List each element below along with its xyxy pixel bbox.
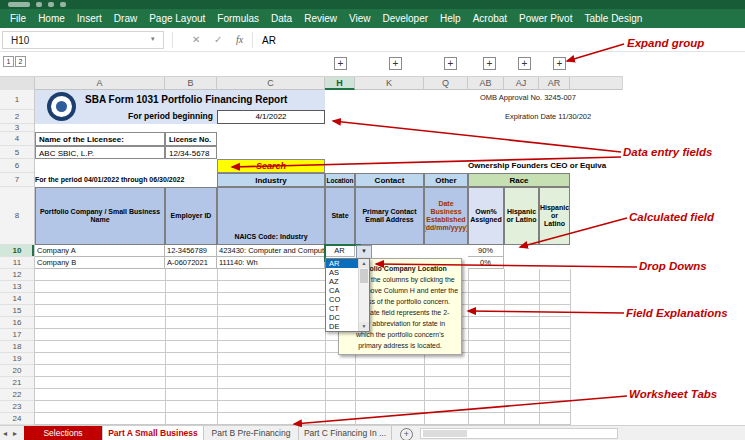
group-header-contact[interactable]: Contact bbox=[355, 173, 424, 187]
row-number-4[interactable]: 4 bbox=[0, 132, 34, 146]
group-header-race[interactable]: Race bbox=[468, 173, 570, 187]
header-employer-id[interactable]: Employer ID bbox=[165, 187, 217, 245]
column-header-Q[interactable]: Q bbox=[424, 77, 468, 90]
cell-dropdown-button[interactable]: ▼ bbox=[356, 245, 372, 259]
row-number-8[interactable]: 8 bbox=[0, 187, 34, 245]
cell-A11-company[interactable]: Company B bbox=[35, 257, 165, 269]
header-date-established[interactable]: Date Business Established (dd/mm/yyyy) bbox=[424, 187, 468, 245]
tab-scroll-right-icon[interactable]: ▸ bbox=[13, 429, 17, 438]
tab-scroll-left-icon[interactable]: ◂ bbox=[3, 429, 7, 438]
search-cell[interactable]: Search bbox=[217, 159, 325, 173]
ribbon-tab-formulas[interactable]: Formulas bbox=[211, 9, 265, 28]
expand-group-button-6[interactable]: + bbox=[553, 57, 566, 70]
header-email[interactable]: Primary Contact Email Address bbox=[355, 187, 424, 245]
expand-group-button-2[interactable]: + bbox=[389, 57, 402, 70]
scroll-up-icon[interactable]: ▲ bbox=[359, 259, 369, 268]
header-own-assigned[interactable]: Own% Assigned bbox=[468, 187, 504, 245]
row-number-7[interactable]: 7 bbox=[0, 173, 34, 187]
ribbon-tab-home[interactable]: Home bbox=[32, 9, 71, 28]
column-header-AR[interactable]: AR bbox=[539, 77, 570, 90]
outline-level-1-button[interactable]: 1 bbox=[3, 56, 14, 67]
licensee-name-field[interactable]: ABC SBIC, L.P. bbox=[35, 146, 165, 159]
scroll-down-icon[interactable]: ▼ bbox=[359, 322, 369, 331]
row-number-3[interactable]: 3 bbox=[0, 124, 34, 132]
redo-icon[interactable] bbox=[60, 2, 66, 7]
cell-AB11-own[interactable]: 0% bbox=[468, 257, 504, 269]
row-number-1[interactable]: 1 bbox=[0, 90, 34, 110]
column-header-AJ[interactable]: AJ bbox=[504, 77, 539, 90]
cell-C11-naics[interactable]: 111140: Wh bbox=[217, 257, 325, 269]
omb-approval[interactable]: OMB Approval No. 3245-007 bbox=[480, 93, 622, 103]
header-hispanic-1[interactable]: Hispanic or Latino bbox=[504, 187, 539, 245]
ribbon-tab-insert[interactable]: Insert bbox=[71, 9, 108, 28]
select-all-corner[interactable] bbox=[0, 77, 35, 90]
name-box[interactable]: H10 bbox=[2, 31, 164, 49]
column-header-A[interactable]: A bbox=[35, 77, 165, 90]
sheet-tab-part-b-pre-financing[interactable]: Part B Pre-Financing bbox=[204, 426, 299, 440]
row-number-10[interactable]: 10 bbox=[0, 245, 34, 257]
expand-group-button-4[interactable]: + bbox=[483, 57, 496, 70]
ribbon-tab-view[interactable]: View bbox=[343, 9, 377, 28]
formula-bar-value[interactable]: AR bbox=[262, 35, 276, 46]
row-number-16[interactable]: 16 bbox=[0, 317, 34, 329]
row-number-22[interactable]: 22 bbox=[0, 389, 34, 401]
ribbon-tab-acrobat[interactable]: Acrobat bbox=[467, 9, 513, 28]
ribbon-tab-file[interactable]: File bbox=[4, 9, 32, 28]
column-header-K[interactable]: K bbox=[355, 77, 424, 90]
row-number-17[interactable]: 17 bbox=[0, 329, 34, 341]
cell-AB10-own[interactable]: 90% bbox=[468, 245, 504, 257]
row-number-21[interactable]: 21 bbox=[0, 377, 34, 389]
row-number-11[interactable]: 11 bbox=[0, 257, 34, 269]
row-number-20[interactable]: 20 bbox=[0, 365, 34, 377]
header-naics[interactable]: NAICS Code: Industry bbox=[217, 187, 325, 245]
row-number-6[interactable]: 6 bbox=[0, 159, 34, 173]
row-number-23[interactable]: 23 bbox=[0, 401, 34, 413]
row-number-19[interactable]: 19 bbox=[0, 353, 34, 365]
licensee-name-label[interactable]: Name of the Licensee: bbox=[35, 132, 165, 146]
row-number-14[interactable]: 14 bbox=[0, 293, 34, 305]
row-number-13[interactable]: 13 bbox=[0, 281, 34, 293]
horizontal-scrollbar-thumb[interactable] bbox=[423, 430, 467, 437]
sheet-tab-selections[interactable]: Selections bbox=[24, 426, 103, 440]
new-sheet-icon[interactable]: + bbox=[400, 428, 413, 440]
period-beginning-field[interactable]: 4/1/2022 bbox=[217, 110, 325, 124]
ribbon-tab-help[interactable]: Help bbox=[434, 9, 467, 28]
header-hispanic-2[interactable]: Hispanic or Latino bbox=[539, 187, 570, 245]
ribbon-tab-page-layout[interactable]: Page Layout bbox=[143, 9, 211, 28]
header-company[interactable]: Portfolio Company / Small Business Name bbox=[35, 187, 165, 245]
form-title[interactable]: SBA Form 1031 Portfolio Financing Report bbox=[85, 94, 335, 106]
group-header-industry[interactable]: Industry bbox=[217, 173, 325, 187]
ribbon-tab-draw[interactable]: Draw bbox=[108, 9, 143, 28]
ownership-header[interactable]: Ownership Founders CEO or Equiva bbox=[468, 159, 622, 173]
sheet-tab-part-a-small-business[interactable]: Part A Small Business bbox=[103, 426, 204, 440]
row-number-5[interactable]: 5 bbox=[0, 146, 34, 159]
expiration-date[interactable]: Expiration Date 11/30/202 bbox=[505, 112, 622, 122]
sheet-tab-part-c-financing[interactable]: Part C Financing In ... bbox=[299, 426, 392, 440]
save-icon[interactable] bbox=[36, 2, 42, 7]
group-header-location[interactable]: Location bbox=[325, 173, 355, 187]
cell-A10-company[interactable]: Company A bbox=[35, 245, 165, 257]
cell-B11-employer[interactable]: A-06072021 bbox=[165, 257, 217, 269]
empty-grid-rows[interactable] bbox=[35, 269, 570, 425]
column-header-H[interactable]: H bbox=[325, 77, 355, 90]
horizontal-scrollbar[interactable] bbox=[420, 428, 618, 439]
row-number-24[interactable]: 24 bbox=[0, 413, 34, 425]
cell-B10-employer[interactable]: 12-3456789 bbox=[165, 245, 217, 257]
period-range-label[interactable]: For the period 04/01/2022 through 06/30/… bbox=[35, 173, 220, 187]
cancel-icon[interactable]: ✕ bbox=[192, 34, 200, 45]
ribbon-tab-review[interactable]: Review bbox=[298, 9, 343, 28]
enter-icon[interactable]: ✓ bbox=[214, 34, 222, 45]
ribbon-tab-developer[interactable]: Developer bbox=[376, 9, 434, 28]
ribbon-tab-table-design[interactable]: Table Design bbox=[578, 9, 648, 28]
cell-C10-naics[interactable]: 423430: Computer and Compute bbox=[217, 245, 325, 257]
column-header-B[interactable]: B bbox=[165, 77, 217, 90]
row-number-2[interactable]: 2 bbox=[0, 110, 34, 124]
undo-icon[interactable] bbox=[48, 2, 54, 7]
ribbon-tab-power-pivot[interactable]: Power Pivot bbox=[513, 9, 578, 28]
row-number-12[interactable]: 12 bbox=[0, 269, 34, 281]
header-state[interactable]: State bbox=[325, 187, 355, 245]
license-no-label[interactable]: License No. bbox=[165, 132, 217, 146]
autosave-toggle-icon[interactable] bbox=[8, 2, 30, 7]
outline-level-2-button[interactable]: 2 bbox=[15, 56, 26, 67]
insert-function-icon[interactable]: fx bbox=[236, 34, 243, 45]
